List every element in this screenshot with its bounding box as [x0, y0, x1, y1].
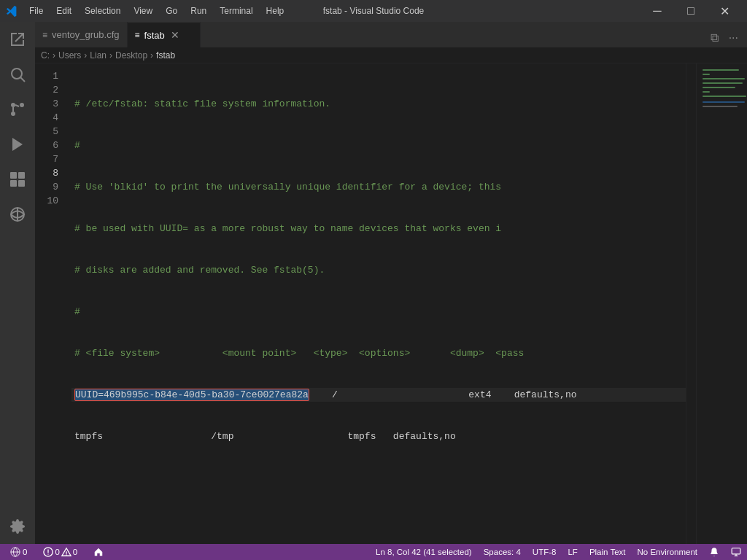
code-line-8: UUID=469b995c-b84e-40d5-ba30-7ce0027ea82… [71, 388, 686, 402]
home-status[interactable] [88, 544, 109, 560]
svg-rect-9 [18, 172, 25, 179]
svg-rect-17 [703, 78, 745, 79]
code-line-1: # /etc/fstab: static file system informa… [71, 97, 686, 111]
scrollbar-track[interactable] [686, 63, 696, 544]
svg-rect-21 [703, 96, 746, 97]
svg-point-26 [48, 553, 49, 554]
remote-explorer[interactable] [725, 544, 747, 560]
vscode-logo-icon [6, 5, 18, 17]
svg-rect-30 [732, 548, 740, 554]
line-num-8: 8 [35, 166, 64, 180]
line-num-3: 3 [35, 97, 64, 111]
code-line-9: tmpfs /tmp tmpfs defaults,no [71, 429, 686, 443]
remote-status[interactable]: 0 [4, 544, 33, 560]
indentation[interactable]: Spaces: 4 [478, 544, 527, 560]
svg-point-3 [20, 103, 24, 107]
titlebar-left: File Edit Selection View Go Run Terminal… [6, 4, 290, 18]
sidebar-item-extensions[interactable] [0, 162, 35, 197]
svg-rect-23 [703, 106, 738, 107]
line-num-6: 6 [35, 139, 64, 152]
sidebar-item-explorer[interactable] [0, 22, 35, 57]
main-layout: ≡ ventoy_grub.cfg ≡ fstab ✕ ⧉ ··· C: › U… [0, 22, 747, 544]
menu-view[interactable]: View [128, 4, 158, 18]
menu-selection[interactable]: Selection [79, 4, 126, 18]
svg-line-6 [15, 105, 19, 106]
tab-ventoy-grub[interactable]: ≡ ventoy_grub.cfg [35, 22, 128, 47]
error-count: 0 [55, 548, 59, 556]
sidebar-item-run[interactable] [0, 127, 35, 162]
breadcrumb: C: › Users › Lian › Desktop › fstab [35, 47, 747, 63]
svg-point-0 [12, 69, 22, 79]
bc-sep-2: › [84, 50, 87, 61]
editor-area: ≡ ventoy_grub.cfg ≡ fstab ✕ ⧉ ··· C: › U… [35, 22, 747, 544]
sidebar-item-search[interactable] [0, 57, 35, 92]
svg-point-2 [11, 103, 15, 107]
tab-label-ventoy: ventoy_grub.cfg [52, 29, 120, 40]
statusbar-right: Ln 8, Col 42 (41 selected) Spaces: 4 UTF… [370, 544, 747, 560]
minimize-button[interactable]: ─ [640, 0, 674, 22]
svg-line-1 [21, 78, 26, 82]
tab-label-fstab: fstab [144, 30, 165, 41]
maximize-button[interactable]: □ [674, 0, 708, 22]
svg-rect-14 [697, 63, 747, 209]
svg-point-29 [66, 554, 66, 555]
svg-rect-22 [703, 101, 745, 103]
tab-bar: ≡ ventoy_grub.cfg ≡ fstab ✕ ⧉ ··· [35, 22, 747, 47]
close-button[interactable]: ✕ [708, 0, 741, 22]
menu-file[interactable]: File [23, 4, 49, 18]
sidebar-item-source-control[interactable] [0, 92, 35, 127]
code-line-3: # Use 'blkid' to print the universally u… [71, 180, 686, 194]
bc-sep-1: › [53, 50, 55, 61]
more-actions-icon[interactable]: ··· [726, 28, 741, 47]
line-num-10: 10 [35, 194, 64, 208]
tab-actions: ⧉ ··· [708, 28, 747, 47]
svg-marker-7 [12, 138, 23, 151]
code-content[interactable]: # /etc/fstab: static file system informa… [71, 63, 686, 544]
line-num-5: 5 [35, 125, 64, 139]
code-line-7: # <file system> <mount point> <type> <op… [71, 346, 686, 360]
tab-icon-ventoy: ≡ [42, 30, 47, 40]
encoding[interactable]: UTF-8 [527, 544, 562, 560]
code-line-5: # disks are added and removed. See fstab… [71, 263, 686, 277]
line-numbers: 1 2 3 4 5 6 7 8 9 10 [35, 63, 71, 544]
sidebar-item-remote[interactable] [0, 197, 35, 232]
split-editor-icon[interactable]: ⧉ [708, 28, 721, 47]
statusbar-left: 0 0 0 [0, 544, 114, 560]
menu-run[interactable]: Run [185, 4, 212, 18]
line-ending[interactable]: LF [562, 544, 583, 560]
environment[interactable]: No Environment [632, 544, 703, 560]
settings-icon[interactable] [0, 509, 35, 544]
language-mode[interactable]: Plain Text [584, 544, 632, 560]
cursor-position[interactable]: Ln 8, Col 42 (41 selected) [370, 544, 478, 560]
window-title: fstab - Visual Studio Code [323, 6, 425, 16]
code-editor[interactable]: 1 2 3 4 5 6 7 8 9 10 # /etc/fstab: stati… [35, 63, 747, 544]
line-num-4: 4 [35, 111, 64, 125]
remote-label: 0 [23, 548, 27, 556]
bc-sep-3: › [109, 50, 112, 61]
warning-count: 0 [73, 548, 77, 556]
svg-rect-19 [703, 87, 735, 88]
svg-rect-16 [703, 74, 710, 75]
tab-fstab[interactable]: ≡ fstab ✕ [128, 22, 201, 47]
bc-part-c[interactable]: C: [41, 50, 50, 61]
line-num-2: 2 [35, 83, 64, 97]
menu-terminal[interactable]: Terminal [214, 4, 258, 18]
minimap [696, 63, 747, 544]
code-line-6: # [71, 305, 686, 319]
svg-rect-11 [18, 180, 25, 187]
svg-rect-20 [703, 91, 710, 93]
notifications-bell[interactable] [703, 544, 725, 560]
bc-part-fstab[interactable]: fstab [156, 50, 175, 61]
menu-edit[interactable]: Edit [50, 4, 77, 18]
menu-help[interactable]: Help [260, 4, 290, 18]
menu-go[interactable]: Go [160, 4, 183, 18]
tab-close-fstab[interactable]: ✕ [169, 28, 181, 42]
bc-part-users[interactable]: Users [58, 50, 81, 61]
line-num-1: 1 [35, 69, 64, 83]
problems-status[interactable]: 0 0 [37, 544, 83, 560]
bc-part-desktop[interactable]: Desktop [115, 50, 147, 61]
titlebar: File Edit Selection View Go Run Terminal… [0, 0, 747, 22]
bc-part-lian[interactable]: Lian [90, 50, 107, 61]
titlebar-controls: ─ □ ✕ [640, 0, 741, 22]
code-line-10 [71, 471, 686, 485]
